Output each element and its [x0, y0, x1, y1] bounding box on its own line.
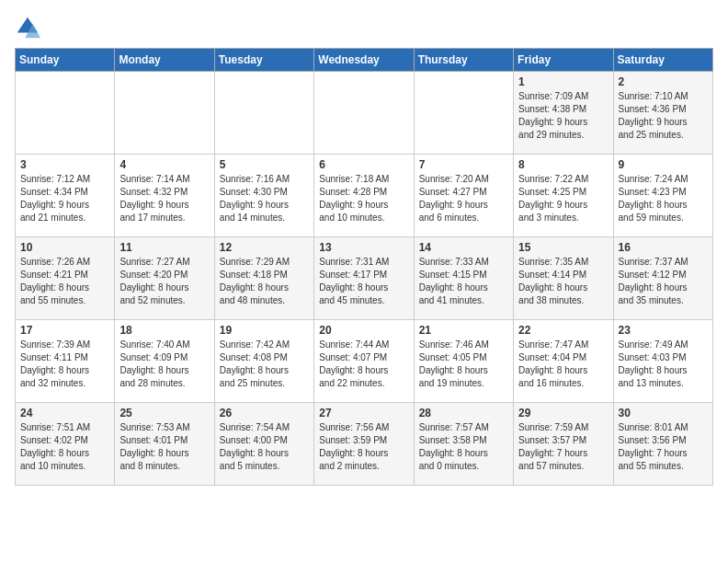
- day-cell: 25Sunrise: 7:53 AMSunset: 4:01 PMDayligh…: [115, 403, 214, 486]
- week-row-3: 10Sunrise: 7:26 AMSunset: 4:21 PMDayligh…: [16, 237, 713, 320]
- day-info: Sunrise: 7:24 AMSunset: 4:23 PMDaylight:…: [619, 173, 708, 224]
- day-number: 29: [518, 407, 608, 419]
- day-number: 10: [20, 241, 109, 254]
- day-cell: 26Sunrise: 7:54 AMSunset: 4:00 PMDayligh…: [214, 403, 313, 486]
- day-cell: 1Sunrise: 7:09 AMSunset: 4:38 PMDaylight…: [514, 72, 613, 155]
- day-number: 26: [220, 407, 309, 419]
- day-cell: 13Sunrise: 7:31 AMSunset: 4:17 PMDayligh…: [314, 237, 414, 320]
- day-cell: 2Sunrise: 7:10 AMSunset: 4:36 PMDaylight…: [613, 72, 712, 155]
- day-info: Sunrise: 7:33 AMSunset: 4:15 PMDaylight:…: [419, 256, 508, 307]
- day-cell: 8Sunrise: 7:22 AMSunset: 4:25 PMDaylight…: [514, 155, 613, 237]
- day-info: Sunrise: 7:57 AMSunset: 3:58 PMDaylight:…: [419, 421, 508, 473]
- calendar-table: SundayMondayTuesdayWednesdayThursdayFrid…: [15, 48, 713, 486]
- day-cell: 22Sunrise: 7:47 AMSunset: 4:04 PMDayligh…: [514, 320, 613, 403]
- day-info: Sunrise: 7:46 AMSunset: 4:05 PMDaylight:…: [419, 339, 508, 390]
- day-info: Sunrise: 7:40 AMSunset: 4:09 PMDaylight:…: [119, 339, 209, 390]
- day-cell: 6Sunrise: 7:18 AMSunset: 4:28 PMDaylight…: [314, 155, 414, 237]
- day-number: 13: [319, 241, 408, 254]
- day-cell: 20Sunrise: 7:44 AMSunset: 4:07 PMDayligh…: [314, 320, 414, 403]
- day-number: 20: [319, 324, 408, 337]
- day-cell: 17Sunrise: 7:39 AMSunset: 4:11 PMDayligh…: [16, 320, 115, 403]
- day-info: Sunrise: 7:22 AMSunset: 4:25 PMDaylight:…: [518, 173, 608, 224]
- day-info: Sunrise: 7:51 AMSunset: 4:02 PMDaylight:…: [20, 421, 109, 473]
- logo: [15, 15, 44, 40]
- col-header-friday: Friday: [514, 49, 613, 72]
- day-cell: 19Sunrise: 7:42 AMSunset: 4:08 PMDayligh…: [214, 320, 313, 403]
- day-info: Sunrise: 7:49 AMSunset: 4:03 PMDaylight:…: [619, 339, 708, 390]
- day-number: 3: [20, 158, 109, 171]
- day-info: Sunrise: 7:53 AMSunset: 4:01 PMDaylight:…: [119, 421, 209, 473]
- day-number: 14: [419, 241, 508, 254]
- day-number: 8: [518, 158, 608, 171]
- col-header-tuesday: Tuesday: [214, 49, 313, 72]
- day-cell: 23Sunrise: 7:49 AMSunset: 4:03 PMDayligh…: [613, 320, 712, 403]
- day-cell: 28Sunrise: 7:57 AMSunset: 3:58 PMDayligh…: [414, 403, 513, 486]
- day-info: Sunrise: 7:54 AMSunset: 4:00 PMDaylight:…: [220, 421, 309, 473]
- day-info: Sunrise: 7:09 AMSunset: 4:38 PMDaylight:…: [518, 90, 608, 142]
- day-number: 23: [619, 324, 708, 337]
- day-number: 16: [619, 241, 708, 254]
- week-row-4: 17Sunrise: 7:39 AMSunset: 4:11 PMDayligh…: [16, 320, 713, 403]
- day-cell: 27Sunrise: 7:56 AMSunset: 3:59 PMDayligh…: [314, 403, 414, 486]
- day-number: 4: [119, 158, 209, 171]
- day-number: 6: [319, 158, 408, 171]
- day-cell: [16, 72, 115, 155]
- day-number: 25: [119, 407, 209, 419]
- day-number: 24: [20, 407, 109, 419]
- day-cell: 30Sunrise: 8:01 AMSunset: 3:56 PMDayligh…: [613, 403, 712, 486]
- day-info: Sunrise: 7:44 AMSunset: 4:07 PMDaylight:…: [319, 339, 408, 390]
- day-cell: 16Sunrise: 7:37 AMSunset: 4:12 PMDayligh…: [613, 237, 712, 320]
- day-cell: [314, 72, 414, 155]
- day-number: 11: [119, 241, 209, 254]
- day-info: Sunrise: 7:20 AMSunset: 4:27 PMDaylight:…: [419, 173, 508, 224]
- day-cell: [115, 72, 214, 155]
- day-number: 12: [220, 241, 309, 254]
- day-number: 22: [518, 324, 608, 337]
- day-number: 9: [619, 158, 708, 171]
- day-info: Sunrise: 7:26 AMSunset: 4:21 PMDaylight:…: [20, 256, 109, 307]
- day-info: Sunrise: 7:47 AMSunset: 4:04 PMDaylight:…: [518, 339, 608, 390]
- day-info: Sunrise: 7:56 AMSunset: 3:59 PMDaylight:…: [319, 421, 408, 473]
- day-number: 1: [518, 75, 608, 88]
- day-cell: 29Sunrise: 7:59 AMSunset: 3:57 PMDayligh…: [514, 403, 613, 486]
- day-number: 30: [619, 407, 708, 419]
- day-info: Sunrise: 7:42 AMSunset: 4:08 PMDaylight:…: [220, 339, 309, 390]
- col-header-sunday: Sunday: [16, 49, 115, 72]
- day-cell: 15Sunrise: 7:35 AMSunset: 4:14 PMDayligh…: [514, 237, 613, 320]
- week-row-1: 1Sunrise: 7:09 AMSunset: 4:38 PMDaylight…: [16, 72, 713, 155]
- day-info: Sunrise: 7:27 AMSunset: 4:20 PMDaylight:…: [119, 256, 209, 307]
- day-info: Sunrise: 7:12 AMSunset: 4:34 PMDaylight:…: [20, 173, 109, 224]
- day-number: 27: [319, 407, 408, 419]
- day-cell: 12Sunrise: 7:29 AMSunset: 4:18 PMDayligh…: [214, 237, 313, 320]
- day-cell: 11Sunrise: 7:27 AMSunset: 4:20 PMDayligh…: [115, 237, 214, 320]
- page-header: [15, 15, 713, 40]
- day-cell: 10Sunrise: 7:26 AMSunset: 4:21 PMDayligh…: [16, 237, 115, 320]
- day-cell: 24Sunrise: 7:51 AMSunset: 4:02 PMDayligh…: [16, 403, 115, 486]
- day-number: 2: [619, 75, 708, 88]
- day-number: 5: [220, 158, 309, 171]
- day-info: Sunrise: 7:14 AMSunset: 4:32 PMDaylight:…: [119, 173, 209, 224]
- day-cell: 14Sunrise: 7:33 AMSunset: 4:15 PMDayligh…: [414, 237, 513, 320]
- day-number: 21: [419, 324, 508, 337]
- day-info: Sunrise: 7:35 AMSunset: 4:14 PMDaylight:…: [518, 256, 608, 307]
- day-number: 19: [220, 324, 309, 337]
- day-cell: 7Sunrise: 7:20 AMSunset: 4:27 PMDaylight…: [414, 155, 513, 237]
- day-cell: 5Sunrise: 7:16 AMSunset: 4:30 PMDaylight…: [214, 155, 313, 237]
- col-header-wednesday: Wednesday: [314, 49, 414, 72]
- day-info: Sunrise: 7:31 AMSunset: 4:17 PMDaylight:…: [319, 256, 408, 307]
- day-cell: [214, 72, 313, 155]
- week-row-2: 3Sunrise: 7:12 AMSunset: 4:34 PMDaylight…: [16, 155, 713, 237]
- day-cell: 4Sunrise: 7:14 AMSunset: 4:32 PMDaylight…: [115, 155, 214, 237]
- day-number: 17: [20, 324, 109, 337]
- logo-icon: [15, 15, 40, 40]
- day-number: 15: [518, 241, 608, 254]
- header-row: SundayMondayTuesdayWednesdayThursdayFrid…: [16, 49, 713, 72]
- col-header-saturday: Saturday: [613, 49, 712, 72]
- day-number: 18: [119, 324, 209, 337]
- day-cell: [414, 72, 513, 155]
- day-info: Sunrise: 7:16 AMSunset: 4:30 PMDaylight:…: [220, 173, 309, 224]
- day-number: 7: [419, 158, 508, 171]
- day-info: Sunrise: 7:39 AMSunset: 4:11 PMDaylight:…: [20, 339, 109, 390]
- col-header-thursday: Thursday: [414, 49, 513, 72]
- day-info: Sunrise: 7:18 AMSunset: 4:28 PMDaylight:…: [319, 173, 408, 224]
